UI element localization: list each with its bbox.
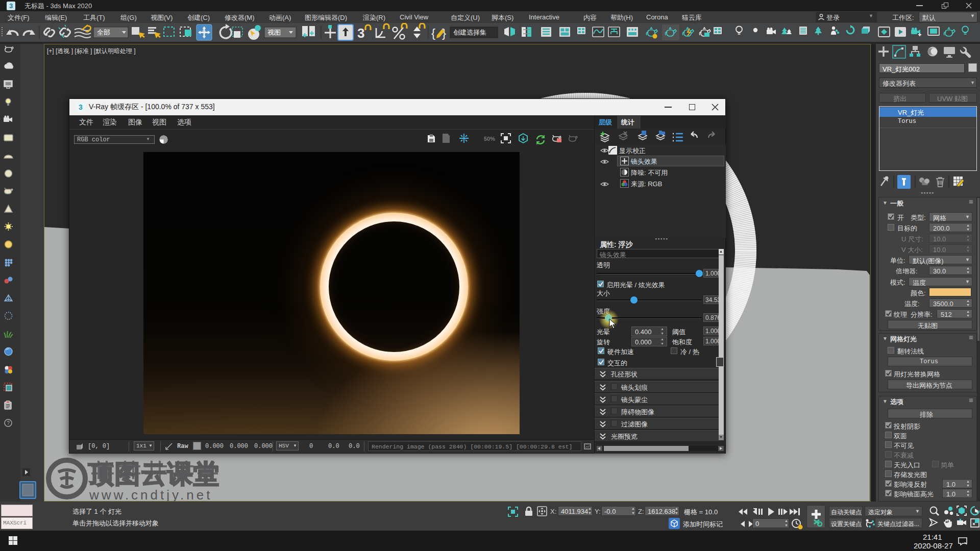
svg-text:?: ? bbox=[7, 420, 10, 426]
svg-text:{: { bbox=[431, 26, 435, 40]
svg-text:3: 3 bbox=[9, 2, 13, 10]
svg-text:视图: 视图 bbox=[267, 29, 281, 36]
svg-text:3: 3 bbox=[79, 103, 83, 111]
svg-text:3: 3 bbox=[357, 26, 364, 41]
svg-text:www.cndtjy.net: www.cndtjy.net bbox=[89, 487, 212, 501]
svg-text:全部: 全部 bbox=[97, 29, 110, 36]
svg-text:创建选择集: 创建选择集 bbox=[453, 29, 486, 36]
svg-text:50%: 50% bbox=[484, 136, 495, 142]
